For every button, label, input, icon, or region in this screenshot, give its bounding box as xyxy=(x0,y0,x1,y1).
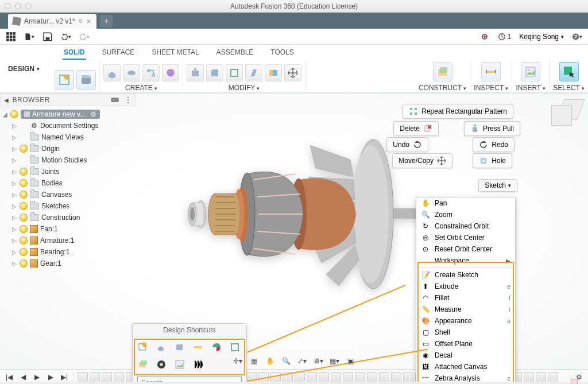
hole-button[interactable]: Hole xyxy=(473,153,512,168)
tree-row[interactable]: ▷Canvases xyxy=(0,189,136,200)
tree-row[interactable]: ▷Named Views xyxy=(0,131,136,143)
timeline-play-button[interactable]: ▶ xyxy=(31,371,42,383)
extrude-button[interactable] xyxy=(103,64,121,82)
visibility-bulb-icon[interactable] xyxy=(20,236,28,245)
construct-plane-button[interactable] xyxy=(433,62,452,82)
pan-nav-button[interactable]: ✋ xyxy=(264,355,276,367)
shortcut-shell[interactable] xyxy=(229,341,241,354)
ctx-item[interactable]: ◎Set Orbit Center xyxy=(416,232,515,243)
ctx-item[interactable]: ↻Constrained Orbit xyxy=(416,220,515,232)
orbit-nav-button[interactable]: ✢▾ xyxy=(232,355,243,367)
save-button[interactable] xyxy=(42,32,53,42)
expand-icon[interactable]: ▷ xyxy=(11,249,17,255)
tree-row[interactable]: ▷Bearing:1 xyxy=(0,246,136,258)
tree-row[interactable]: ▷Joints xyxy=(0,166,136,177)
browser-menu-icon[interactable]: ⋮ xyxy=(122,96,132,104)
expand-icon[interactable]: ▷ xyxy=(11,238,17,244)
tree-row[interactable]: ▷Origin xyxy=(0,143,136,154)
visibility-bulb-icon[interactable] xyxy=(20,168,28,176)
expand-icon[interactable]: ▷ xyxy=(11,169,17,175)
timeline-end-button[interactable]: ▶| xyxy=(59,371,70,383)
timeline-prev-button[interactable]: ◀ xyxy=(17,371,29,383)
timeline-feature[interactable] xyxy=(295,372,305,382)
tab-solid[interactable]: SOLID xyxy=(63,47,86,60)
move-button[interactable] xyxy=(284,64,301,82)
ctx-item[interactable]: ◠Filletf xyxy=(416,292,515,304)
record-button[interactable] xyxy=(479,32,490,42)
timeline-feature[interactable] xyxy=(524,372,534,382)
view-cube[interactable] xyxy=(551,99,579,127)
pin-icon[interactable] xyxy=(111,98,119,102)
timeline-thumb[interactable] xyxy=(571,379,578,384)
shortcut-appearance[interactable] xyxy=(210,341,223,354)
select-button[interactable] xyxy=(559,62,579,82)
timeline-feature[interactable] xyxy=(78,372,88,382)
expand-icon[interactable]: ▷ xyxy=(11,226,17,232)
expand-icon[interactable]: ▷ xyxy=(11,203,17,210)
undo-button[interactable]: ▾ xyxy=(61,32,71,42)
viewport[interactable]: ◀ BROWSER ⋮ ◢ Armature new v...⚙ ▷⚙Docum… xyxy=(0,94,588,369)
close-tab-button[interactable]: × xyxy=(86,17,92,26)
visibility-bulb-icon[interactable] xyxy=(20,179,28,187)
new-document-button[interactable]: + xyxy=(100,15,113,28)
collapse-icon[interactable]: ◀ xyxy=(4,97,9,103)
timeline-feature[interactable] xyxy=(343,372,353,382)
document-tab[interactable]: Armatur... v2 v1* × xyxy=(8,14,96,29)
tree-row[interactable]: ▷Sketches xyxy=(0,200,136,212)
presspull-button[interactable] xyxy=(187,64,204,82)
timeline-feature[interactable] xyxy=(391,372,401,382)
tree-row[interactable]: ▷Motion Studies xyxy=(0,154,136,166)
tree-row[interactable]: ▷Construction xyxy=(0,212,136,223)
file-menu-button[interactable]: ▾ xyxy=(24,32,34,42)
ctx-item[interactable]: ⊙Reset Orbit Center xyxy=(416,243,515,255)
workspace-selector[interactable]: DESIGN▾ xyxy=(0,45,48,92)
timeline-feature[interactable] xyxy=(307,372,317,382)
expand-icon[interactable]: ▷ xyxy=(11,157,17,164)
timeline-feature[interactable] xyxy=(90,372,100,382)
user-menu[interactable]: Keqing Song▾ xyxy=(519,33,564,41)
expand-icon[interactable]: ▷ xyxy=(11,134,17,141)
tree-row[interactable]: ▷Gear:1 xyxy=(0,258,136,269)
revolve-button[interactable] xyxy=(123,64,140,82)
expand-icon[interactable]: ▷ xyxy=(11,192,17,198)
shortcut-fillet[interactable] xyxy=(173,341,186,354)
ctx-item[interactable]: ⬆Extrudee xyxy=(416,281,515,292)
expand-icon[interactable]: ▷ xyxy=(11,146,17,152)
data-panel-button[interactable] xyxy=(6,32,16,42)
job-status-button[interactable]: 1 xyxy=(498,32,512,42)
visibility-bulb-icon[interactable] xyxy=(20,248,28,256)
visibility-bulb-icon[interactable] xyxy=(20,202,28,210)
expand-icon[interactable]: ◢ xyxy=(2,111,8,118)
create-form-button[interactable] xyxy=(76,70,96,90)
draft-button[interactable] xyxy=(245,64,262,82)
display-nav-button[interactable]: 🖥▾ xyxy=(312,355,324,367)
ctx-workspace[interactable]: Workspace▶ xyxy=(416,255,515,266)
timeline-slider[interactable] xyxy=(0,382,588,384)
tree-root[interactable]: ◢ Armature new v...⚙ xyxy=(0,108,136,120)
loft-button[interactable] xyxy=(162,64,179,82)
shell-button[interactable] xyxy=(226,64,243,82)
visibility-bulb-icon[interactable] xyxy=(10,110,18,118)
browser-header[interactable]: ◀ BROWSER ⋮ xyxy=(0,94,136,106)
timeline-feature[interactable] xyxy=(403,372,413,382)
timeline-next-button[interactable]: ▶ xyxy=(45,371,56,383)
timeline-start-button[interactable]: |◀ xyxy=(3,371,15,383)
help-button[interactable]: ?▾ xyxy=(572,32,582,42)
redo-button[interactable]: ▾ xyxy=(79,32,90,42)
undo-action-button[interactable]: Undo xyxy=(386,137,428,152)
move-copy-button[interactable]: Move/Copy xyxy=(392,153,452,168)
insert-button[interactable] xyxy=(521,62,540,82)
measure-button[interactable] xyxy=(481,62,501,82)
timeline-feature[interactable] xyxy=(367,372,377,382)
timeline-feature[interactable] xyxy=(114,372,124,382)
tab-assemble[interactable]: ASSEMBLE xyxy=(215,47,255,60)
tab-surface[interactable]: SURFACE xyxy=(101,47,136,60)
sweep-button[interactable] xyxy=(142,64,160,82)
combine-button[interactable] xyxy=(265,64,282,82)
expand-icon[interactable]: ▷ xyxy=(11,123,17,129)
fillet-button[interactable] xyxy=(206,64,223,82)
expand-icon[interactable]: ▷ xyxy=(11,180,17,187)
tree-row[interactable]: ▷⚙Document Settings xyxy=(0,120,136,131)
ctx-item[interactable]: 🎨Appearancea xyxy=(416,315,515,327)
visibility-bulb-icon[interactable] xyxy=(20,145,28,153)
